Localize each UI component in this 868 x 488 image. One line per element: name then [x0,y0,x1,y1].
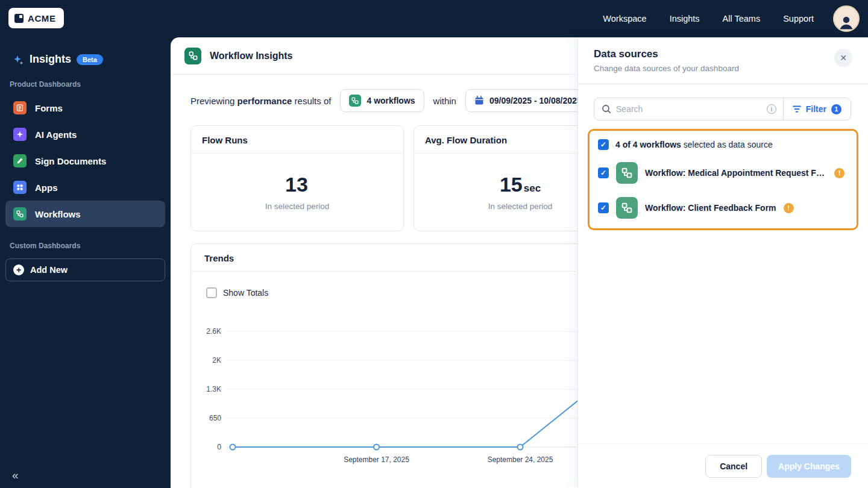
svg-text:September 24, 2025: September 24, 2025 [488,455,553,464]
sidebar-menu: Forms AI Agents Sign Documents Apps Work… [0,95,171,227]
sign-documents-icon [13,154,27,167]
date-range-button[interactable]: 09/09/2025 - 10/08/2025 [465,89,591,112]
sidebar-item-label: Workflows [35,209,81,219]
page-title: Workflow Insights [210,51,292,61]
flow-runs-card: Flow Runs 13 In selected period [190,125,404,231]
search-icon [602,104,611,114]
selected-workflows-highlight-box: 4 of 4 workflows selected as data source… [588,129,858,230]
workflows-selector-label: 4 workflows [366,96,415,105]
person-icon [837,13,855,31]
close-icon[interactable]: ✕ [834,49,852,67]
sidebar-title: Insights [30,53,71,66]
selection-summary-row: 4 of 4 workflows selected as data source [598,138,848,151]
flow-runs-caption: In selected period [265,202,330,211]
calendar-icon [474,96,484,105]
sidebar-item-workflows[interactable]: Workflows [5,201,165,227]
panel-footer: Cancel Apply Changes [578,443,868,488]
selection-summary-text: 4 of 4 workflows selected as data source [615,140,773,149]
info-icon[interactable]: i [767,104,776,114]
apps-icon [13,181,27,194]
sidebar-item-ai-agents[interactable]: AI Agents [5,121,165,148]
sidebar-item-label: Apps [35,183,58,193]
plus-icon: + [13,264,24,275]
nav-support[interactable]: Support [783,14,814,23]
workflow-list-item[interactable]: Workflow: Client Feedback Form ! [598,195,848,221]
data-sources-panel: Data sources Change data sources of your… [577,37,868,488]
show-totals-checkbox[interactable] [206,287,217,298]
filter-label: Filter [806,104,826,114]
svg-text:1.3K: 1.3K [206,385,221,393]
sidebar-item-label: AI Agents [35,130,77,140]
panel-subtitle: Change data sources of your dashboard [594,64,852,73]
top-navigation: Workspace Insights All Teams Support [603,0,814,37]
workflow-icon [616,162,638,184]
add-new-button[interactable]: + Add New [5,258,165,281]
svg-text:September 17, 2025: September 17, 2025 [344,455,409,464]
sidebar: Insights Beta Product Dashboards Forms A… [0,37,171,488]
workflow-list-item[interactable]: Workflow: Medical Appointment Request Fo… [598,160,848,186]
acme-logo-icon [14,14,24,23]
topbar: ACME Workspace Insights All Teams Suppor… [0,0,868,37]
nav-insights[interactable]: Insights [670,14,700,23]
sidebar-item-forms[interactable]: Forms [5,95,165,121]
cancel-button[interactable]: Cancel [705,455,762,478]
warning-icon: ! [784,203,794,213]
avg-flow-duration-value: 15sec [500,173,541,196]
sparkle-icon [12,54,24,66]
add-new-label: Add New [30,265,68,275]
beta-badge: Beta [77,54,103,65]
svg-text:650: 650 [209,414,221,422]
user-avatar[interactable] [833,5,860,32]
workflows-icon [13,207,27,221]
workflow-insights-icon [184,48,201,64]
sidebar-item-apps[interactable]: Apps [5,174,165,201]
section-label-product-dashboards: Product Dashboards [0,66,171,95]
search-filter-bar: i Filter 1 [594,98,851,120]
apply-changes-button[interactable]: Apply Changes [767,455,851,478]
filter-icon [793,105,801,113]
svg-text:2K: 2K [212,356,221,364]
section-label-custom-dashboards: Custom Dashboards [0,227,171,256]
svg-text:0: 0 [217,443,221,451]
flow-runs-title: Flow Runs [191,126,403,154]
nav-workspace[interactable]: Workspace [603,14,646,23]
workflow-item-label: Workflow: Client Feedback Form [645,203,776,213]
workflow-item-label: Workflow: Medical Appointment Request Fo… [645,168,827,178]
workflow-icon [616,197,638,219]
sidebar-item-label: Forms [35,103,63,113]
workflow-checkbox[interactable] [598,202,609,213]
stat-cards-row: Flow Runs 13 In selected period Avg. Flo… [190,125,627,231]
show-totals-label: Show Totals [223,288,268,298]
preview-text: Previewing performance results of [190,96,331,106]
nav-all-teams[interactable]: All Teams [723,14,761,23]
sidebar-header: Insights Beta [0,37,171,66]
filter-count-badge: 1 [831,104,841,114]
forms-icon [13,101,27,114]
panel-header: Data sources Change data sources of your… [578,37,868,84]
search-input[interactable] [611,104,767,114]
date-range-label: 09/09/2025 - 10/08/2025 [489,96,582,105]
workflow-icon [349,95,361,107]
flow-runs-value: 13 [285,173,309,196]
sidebar-item-sign-documents[interactable]: Sign Documents [5,148,165,174]
workflows-selector-button[interactable]: 4 workflows [340,89,424,112]
panel-title: Data sources [594,48,852,60]
workflow-checkbox[interactable] [598,167,609,178]
acme-logo-text: ACME [28,13,56,23]
filter-button[interactable]: Filter 1 [784,98,851,120]
within-label: within [433,96,456,106]
warning-icon: ! [834,168,844,178]
sidebar-item-label: Sign Documents [35,156,106,166]
select-all-checkbox[interactable] [598,139,609,150]
sidebar-collapse-button[interactable]: « [12,469,19,482]
acme-logo[interactable]: ACME [8,8,64,28]
avg-flow-duration-caption: In selected period [488,202,553,211]
flow-runs-body: 13 In selected period [191,154,403,230]
ai-agents-icon [13,128,27,141]
svg-text:2.6K: 2.6K [206,327,221,336]
show-totals-row: Show Totals [206,287,268,298]
